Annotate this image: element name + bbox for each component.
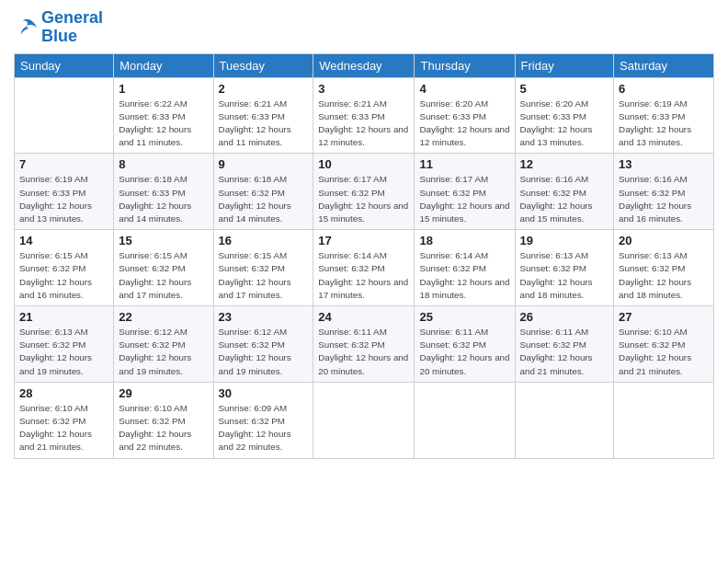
day-number: 13: [619, 157, 709, 171]
calendar-cell: 14 Sunrise: 6:15 AMSunset: 6:32 PMDaylig…: [15, 230, 114, 306]
day-info: Sunrise: 6:16 AMSunset: 6:32 PMDaylight:…: [520, 173, 609, 225]
day-number: 15: [119, 234, 208, 247]
calendar-week-row: 14 Sunrise: 6:15 AMSunset: 6:32 PMDaylig…: [15, 230, 714, 306]
day-number: 9: [219, 157, 309, 171]
day-info: Sunrise: 6:22 AMSunset: 6:33 PMDaylight:…: [119, 98, 208, 150]
day-number: 30: [219, 386, 309, 400]
logo-text-general: General: [41, 9, 103, 28]
day-info: Sunrise: 6:10 AMSunset: 6:32 PMDaylight:…: [619, 326, 709, 378]
day-number: 2: [219, 82, 309, 96]
day-info: Sunrise: 6:18 AMSunset: 6:32 PMDaylight:…: [219, 173, 309, 225]
day-number: 16: [219, 234, 309, 247]
weekday-header: Tuesday: [213, 53, 313, 77]
calendar-cell: 21 Sunrise: 6:13 AMSunset: 6:32 PMDaylig…: [15, 306, 114, 383]
day-number: 20: [619, 234, 709, 247]
calendar-cell: [313, 382, 415, 458]
logo-icon: [14, 15, 40, 40]
calendar-cell: 24 Sunrise: 6:11 AMSunset: 6:32 PMDaylig…: [313, 306, 415, 383]
day-info: Sunrise: 6:11 AMSunset: 6:32 PMDaylight:…: [419, 326, 509, 378]
day-info: Sunrise: 6:09 AMSunset: 6:32 PMDaylight:…: [219, 402, 309, 454]
day-number: 19: [520, 234, 609, 247]
calendar-cell: 16 Sunrise: 6:15 AMSunset: 6:32 PMDaylig…: [213, 230, 313, 306]
day-info: Sunrise: 6:17 AMSunset: 6:32 PMDaylight:…: [419, 173, 509, 225]
calendar-cell: 10 Sunrise: 6:17 AMSunset: 6:32 PMDaylig…: [313, 154, 415, 230]
day-number: 18: [419, 234, 509, 247]
day-info: Sunrise: 6:14 AMSunset: 6:32 PMDaylight:…: [419, 249, 509, 302]
calendar-header-row: SundayMondayTuesdayWednesdayThursdayFrid…: [15, 53, 714, 77]
day-number: 6: [619, 82, 709, 96]
header: General Blue: [14, 9, 714, 46]
day-number: 27: [619, 310, 709, 324]
calendar-cell: 12 Sunrise: 6:16 AMSunset: 6:32 PMDaylig…: [515, 154, 614, 230]
day-number: 1: [119, 82, 208, 96]
calendar-cell: 22 Sunrise: 6:12 AMSunset: 6:32 PMDaylig…: [114, 306, 213, 383]
calendar-week-row: 1 Sunrise: 6:22 AMSunset: 6:33 PMDayligh…: [15, 77, 714, 154]
day-info: Sunrise: 6:21 AMSunset: 6:33 PMDaylight:…: [219, 98, 309, 150]
day-info: Sunrise: 6:18 AMSunset: 6:33 PMDaylight:…: [119, 173, 208, 225]
day-number: 17: [318, 234, 409, 247]
day-number: 7: [19, 157, 108, 171]
calendar-cell: 27 Sunrise: 6:10 AMSunset: 6:32 PMDaylig…: [614, 306, 714, 383]
weekday-header: Thursday: [415, 53, 515, 77]
calendar-cell: 17 Sunrise: 6:14 AMSunset: 6:32 PMDaylig…: [313, 230, 415, 306]
day-number: 14: [19, 234, 108, 247]
calendar-cell: 13 Sunrise: 6:16 AMSunset: 6:32 PMDaylig…: [614, 154, 714, 230]
calendar-cell: [15, 77, 114, 154]
calendar-cell: 15 Sunrise: 6:15 AMSunset: 6:32 PMDaylig…: [114, 230, 213, 306]
calendar-cell: 29 Sunrise: 6:10 AMSunset: 6:32 PMDaylig…: [114, 382, 213, 458]
calendar-cell: 9 Sunrise: 6:18 AMSunset: 6:32 PMDayligh…: [213, 154, 313, 230]
weekday-header: Monday: [114, 53, 213, 77]
day-info: Sunrise: 6:10 AMSunset: 6:32 PMDaylight:…: [119, 402, 208, 454]
day-info: Sunrise: 6:19 AMSunset: 6:33 PMDaylight:…: [619, 98, 709, 150]
weekday-header: Friday: [515, 53, 614, 77]
calendar-cell: 8 Sunrise: 6:18 AMSunset: 6:33 PMDayligh…: [114, 154, 213, 230]
calendar-cell: 1 Sunrise: 6:22 AMSunset: 6:33 PMDayligh…: [114, 77, 213, 154]
calendar-cell: [415, 382, 515, 458]
weekday-header: Sunday: [15, 53, 114, 77]
calendar-cell: 19 Sunrise: 6:13 AMSunset: 6:32 PMDaylig…: [515, 230, 614, 306]
calendar-cell: 7 Sunrise: 6:19 AMSunset: 6:33 PMDayligh…: [15, 154, 114, 230]
day-number: 28: [19, 386, 108, 400]
day-info: Sunrise: 6:13 AMSunset: 6:32 PMDaylight:…: [619, 249, 709, 302]
weekday-header: Wednesday: [313, 53, 415, 77]
day-info: Sunrise: 6:10 AMSunset: 6:32 PMDaylight:…: [19, 402, 108, 454]
calendar-table: SundayMondayTuesdayWednesdayThursdayFrid…: [14, 53, 714, 459]
day-info: Sunrise: 6:13 AMSunset: 6:32 PMDaylight:…: [19, 326, 108, 378]
day-info: Sunrise: 6:16 AMSunset: 6:32 PMDaylight:…: [619, 173, 709, 225]
calendar-cell: [515, 382, 614, 458]
day-number: 8: [119, 157, 208, 171]
day-number: 5: [520, 82, 609, 96]
calendar-cell: 4 Sunrise: 6:20 AMSunset: 6:33 PMDayligh…: [415, 77, 515, 154]
day-number: 12: [520, 157, 609, 171]
calendar-cell: 23 Sunrise: 6:12 AMSunset: 6:32 PMDaylig…: [213, 306, 313, 383]
day-number: 21: [19, 310, 108, 324]
day-number: 23: [219, 310, 309, 324]
calendar-week-row: 21 Sunrise: 6:13 AMSunset: 6:32 PMDaylig…: [15, 306, 714, 383]
day-info: Sunrise: 6:15 AMSunset: 6:32 PMDaylight:…: [219, 249, 309, 302]
day-info: Sunrise: 6:17 AMSunset: 6:32 PMDaylight:…: [318, 173, 409, 225]
day-number: 24: [318, 310, 409, 324]
day-info: Sunrise: 6:20 AMSunset: 6:33 PMDaylight:…: [419, 98, 509, 150]
calendar-cell: 3 Sunrise: 6:21 AMSunset: 6:33 PMDayligh…: [313, 77, 415, 154]
day-info: Sunrise: 6:21 AMSunset: 6:33 PMDaylight:…: [318, 98, 409, 150]
logo: General Blue: [14, 9, 103, 46]
day-number: 4: [419, 82, 509, 96]
calendar-cell: 30 Sunrise: 6:09 AMSunset: 6:32 PMDaylig…: [213, 382, 313, 458]
calendar-cell: 25 Sunrise: 6:11 AMSunset: 6:32 PMDaylig…: [415, 306, 515, 383]
calendar-cell: [614, 382, 714, 458]
calendar-cell: 18 Sunrise: 6:14 AMSunset: 6:32 PMDaylig…: [415, 230, 515, 306]
day-number: 26: [520, 310, 609, 324]
day-info: Sunrise: 6:11 AMSunset: 6:32 PMDaylight:…: [318, 326, 409, 378]
calendar-week-row: 28 Sunrise: 6:10 AMSunset: 6:32 PMDaylig…: [15, 382, 714, 458]
day-number: 3: [318, 82, 409, 96]
calendar-cell: 5 Sunrise: 6:20 AMSunset: 6:33 PMDayligh…: [515, 77, 614, 154]
day-info: Sunrise: 6:19 AMSunset: 6:33 PMDaylight:…: [19, 173, 108, 225]
calendar-cell: 6 Sunrise: 6:19 AMSunset: 6:33 PMDayligh…: [614, 77, 714, 154]
weekday-header: Saturday: [614, 53, 714, 77]
day-number: 10: [318, 157, 409, 171]
calendar-cell: 11 Sunrise: 6:17 AMSunset: 6:32 PMDaylig…: [415, 154, 515, 230]
calendar-cell: 28 Sunrise: 6:10 AMSunset: 6:32 PMDaylig…: [15, 382, 114, 458]
calendar-cell: 26 Sunrise: 6:11 AMSunset: 6:32 PMDaylig…: [515, 306, 614, 383]
day-info: Sunrise: 6:12 AMSunset: 6:32 PMDaylight:…: [119, 326, 208, 378]
day-info: Sunrise: 6:15 AMSunset: 6:32 PMDaylight:…: [119, 249, 208, 302]
